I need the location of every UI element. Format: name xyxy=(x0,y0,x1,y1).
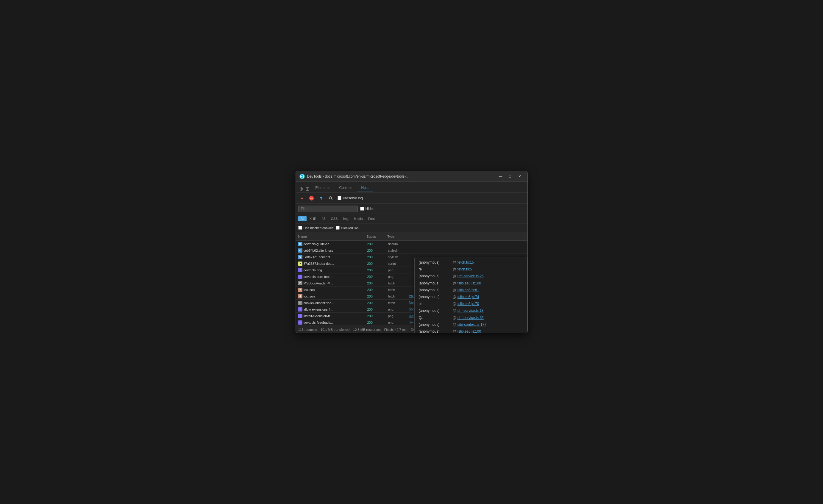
row-type: png xyxy=(388,268,409,272)
tooltip-row: (anonymous) @ tslib.es6.js:81 xyxy=(415,287,527,294)
file-icon: I xyxy=(298,314,302,318)
type-tab-all[interactable]: All xyxy=(298,216,307,221)
type-tab-media[interactable]: Media xyxy=(351,216,365,221)
close-button[interactable]: ✕ xyxy=(515,174,524,180)
row-type: png xyxy=(388,314,409,318)
tab-icon-device[interactable]: ◫ xyxy=(305,185,311,192)
blocked-requests-text: Blocked Re... xyxy=(341,226,360,230)
tooltip-func: (anonymous) xyxy=(419,287,452,293)
hide-data-urls-checkbox[interactable] xyxy=(360,207,364,211)
tooltip-link[interactable]: uhf-service.ts:25 xyxy=(458,273,484,279)
tab-icon-inspect[interactable]: ◎ xyxy=(298,185,304,192)
maximize-button[interactable]: □ xyxy=(506,174,514,180)
tooltip-at: @ xyxy=(453,281,456,286)
tooltip-link[interactable]: tslib.es6.js:74 xyxy=(458,294,479,300)
search-button[interactable] xyxy=(327,194,335,202)
table-row[interactable]: D devtools-guide-ch... 200 docum xyxy=(296,241,527,247)
tab-network[interactable]: Ne... xyxy=(357,184,373,192)
file-icon: I xyxy=(298,307,302,311)
col-header-name[interactable]: Name xyxy=(298,235,367,238)
blocked-requests-label[interactable]: Blocked Re... xyxy=(336,226,360,230)
file-icon: I xyxy=(298,268,302,272)
tooltip-at: @ xyxy=(453,267,456,272)
tooltip-link[interactable]: fetch.ts:15 xyxy=(458,260,474,265)
tooltip-func: (anonymous) xyxy=(419,281,452,286)
tooltip-link[interactable]: uhf-service.ts:18 xyxy=(458,308,484,314)
row-type: stylesh xyxy=(388,255,409,259)
tooltip-link[interactable]: tslib.es6.js:70 xyxy=(458,301,479,307)
type-tab-css[interactable]: CSS xyxy=(329,216,340,221)
title-bar-left: DevTools - docs.microsoft.com/en-us/micr… xyxy=(299,174,409,179)
type-tab-img[interactable]: Img xyxy=(340,216,351,221)
preserve-log-area: Preserve log xyxy=(338,196,363,200)
status-requests: 116 requests xyxy=(298,328,317,331)
tooltip-at: @ xyxy=(453,308,456,314)
row-status: 200 xyxy=(367,294,388,298)
type-tabs: All XHR JS CSS Img Media Font xyxy=(296,214,527,223)
row-name: allow-extensions-fr... xyxy=(304,308,367,311)
tooltip-func: (anonymous) xyxy=(419,260,452,265)
tooltip-row: Qa @ uhf-service.ts:65 xyxy=(415,314,527,321)
row-status: 200 xyxy=(367,321,388,324)
tooltip-at: @ xyxy=(453,329,456,333)
hide-data-urls-label[interactable]: Hide... xyxy=(360,207,376,211)
minimize-button[interactable]: — xyxy=(496,174,505,180)
row-name: install-extension-fr... xyxy=(304,314,367,318)
row-name: ceb54b02.site-ltr.css xyxy=(304,249,367,252)
row-name: 5a8a71c1.concept... xyxy=(304,255,367,259)
tooltip-func: (anonymous) xyxy=(419,273,452,279)
col-header-status[interactable]: Status xyxy=(367,235,387,238)
tooltip-func: re xyxy=(419,267,452,272)
tooltip-func: (anonymous) xyxy=(419,322,452,327)
row-type: png xyxy=(388,321,409,324)
file-icon: I xyxy=(298,275,302,279)
row-type: png xyxy=(388,275,409,278)
filter-button[interactable] xyxy=(317,194,325,202)
file-icon: J xyxy=(298,294,302,298)
edge-icon xyxy=(299,174,305,179)
table-header: Name Status Type xyxy=(296,232,527,241)
row-status: 200 xyxy=(367,281,388,285)
table-row[interactable]: C ceb54b02.site-ltr.css 200 stylesh xyxy=(296,247,527,254)
tab-elements[interactable]: Elements xyxy=(311,184,335,192)
type-tab-xhr[interactable]: XHR xyxy=(307,216,319,221)
tooltip-link[interactable]: tslib.es6.js:100 xyxy=(458,281,481,286)
row-status: 200 xyxy=(367,262,388,265)
tab-console[interactable]: Console xyxy=(335,184,357,192)
filter-bar: Hide... xyxy=(296,204,527,214)
window-title: DevTools - docs.microsoft.com/en-us/micr… xyxy=(307,174,409,179)
row-name: cookieConsent?loc... xyxy=(304,301,367,305)
record-button[interactable]: ● xyxy=(298,194,306,202)
tooltip-link[interactable]: fetch.ts:5 xyxy=(458,267,472,272)
has-blocked-cookies-checkbox[interactable] xyxy=(298,226,302,230)
row-type: png xyxy=(388,308,409,311)
tooltip-row: re @ fetch.ts:5 xyxy=(415,266,527,273)
tooltip-row: (anonymous) @ site-context.ts:177 xyxy=(415,321,527,328)
tooltip-link[interactable]: tslib.es6.js:81 xyxy=(458,287,479,293)
network-list-container: D devtools-guide-ch... 200 docum C ceb54… xyxy=(296,241,527,326)
preserve-log-checkbox[interactable] xyxy=(338,196,341,200)
tooltip-at: @ xyxy=(453,322,456,327)
has-blocked-cookies-label[interactable]: Has blocked cookies xyxy=(298,226,334,230)
blocked-requests-checkbox[interactable] xyxy=(336,226,340,230)
file-icon: C xyxy=(298,248,302,253)
clear-button[interactable]: ⛔ xyxy=(308,194,316,202)
col-header-type[interactable]: Type xyxy=(387,235,408,238)
tooltip-at: @ xyxy=(453,273,456,279)
toolbar: ● ⛔ Preserve log xyxy=(296,193,527,204)
tooltip-row: (anonymous) @ tslib.es6.js:74 xyxy=(415,294,527,300)
preserve-log-checkbox-label[interactable]: Preserve log xyxy=(338,196,363,200)
tooltip-popup: (anonymous) @ fetch.ts:15 re @ fetch.ts:… xyxy=(414,257,527,333)
tooltip-link[interactable]: site-context.ts:177 xyxy=(458,322,486,327)
row-status: 200 xyxy=(367,308,388,311)
has-blocked-cookies-text: Has blocked cookies xyxy=(304,226,334,230)
status-transferred: 10.1 MB transferred xyxy=(321,328,349,331)
type-tab-js[interactable]: JS xyxy=(319,216,328,221)
svg-line-2 xyxy=(331,199,332,200)
row-status: 200 xyxy=(367,314,388,318)
type-tab-font[interactable]: Font xyxy=(366,216,377,221)
filter-input[interactable] xyxy=(298,206,358,212)
row-status: 200 xyxy=(367,301,388,305)
tooltip-link[interactable]: tslib.es6.js:100 xyxy=(458,329,481,333)
tooltip-link[interactable]: uhf-service.ts:65 xyxy=(458,315,484,321)
